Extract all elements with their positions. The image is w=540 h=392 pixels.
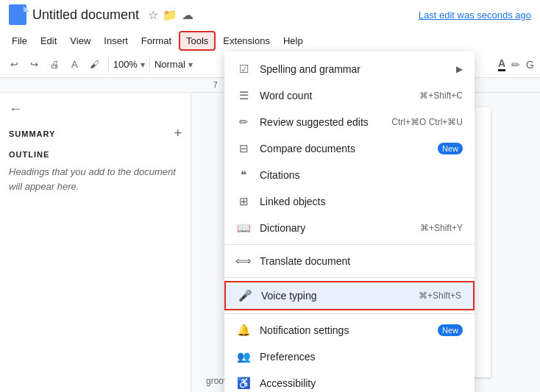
underline-A-button[interactable]: A bbox=[498, 57, 505, 71]
notification-badge: New bbox=[438, 324, 463, 336]
document-title[interactable]: Untitled document bbox=[32, 7, 139, 23]
menu-review[interactable]: ✏ Review suggested edits Ctrl+⌘O Ctrl+⌘U bbox=[224, 109, 475, 135]
ruler-num: 7 bbox=[213, 81, 218, 89]
menu-view[interactable]: View bbox=[64, 32, 96, 49]
toolbar-sep-2 bbox=[149, 57, 150, 72]
menu-help[interactable]: Help bbox=[277, 32, 309, 49]
preferences-label: Preferences bbox=[260, 351, 463, 363]
sidebar-summary: SUMMARY + bbox=[9, 126, 182, 141]
word-count-shortcut: ⌘+Shift+C bbox=[419, 90, 463, 101]
dictionary-shortcut: ⌘+Shift+Y bbox=[420, 223, 463, 233]
outline-text: Headings that you add to the document wi… bbox=[9, 165, 182, 193]
menu-insert[interactable]: Insert bbox=[98, 32, 134, 49]
style-select[interactable]: Normal bbox=[154, 59, 185, 70]
last-edit: Last edit was seconds ago bbox=[419, 10, 531, 21]
print-button[interactable]: 🖨 bbox=[46, 56, 64, 73]
style-arrow[interactable]: ▾ bbox=[188, 60, 193, 70]
title-bar: Untitled document ☆ 📁 ☁ Last edit was se… bbox=[0, 0, 540, 29]
spell-icon: ☑ bbox=[236, 62, 251, 76]
menu-edit[interactable]: Edit bbox=[35, 32, 63, 49]
menu-spelling[interactable]: ☑ Spelling and grammar ▶ bbox=[224, 56, 475, 82]
redo-button[interactable]: ↪ bbox=[26, 56, 43, 73]
menu-dictionary[interactable]: 📖 Dictionary ⌘+Shift+Y bbox=[224, 215, 475, 241]
accessibility-icon: ♿ bbox=[236, 376, 251, 391]
zoom-select[interactable]: 100% bbox=[113, 59, 138, 70]
dictionary-icon: 📖 bbox=[236, 221, 251, 235]
summary-add-button[interactable]: + bbox=[174, 126, 182, 141]
menu-notification[interactable]: 🔔 Notification settings New bbox=[224, 317, 475, 343]
compare-label: Compare documents bbox=[260, 143, 432, 154]
sep-1 bbox=[224, 244, 475, 245]
citations-icon: ❝ bbox=[236, 168, 251, 182]
toolbar-right: A ✏ G bbox=[498, 57, 534, 71]
menu-extensions[interactable]: Extensions bbox=[217, 32, 276, 49]
undo-button[interactable]: ↩ bbox=[6, 56, 23, 73]
notification-icon: 🔔 bbox=[236, 323, 251, 338]
linked-label: Linked objects bbox=[260, 196, 463, 207]
voice-typing-shortcut: ⌘+Shift+S bbox=[419, 291, 461, 301]
folder-icon[interactable]: 📁 bbox=[163, 8, 177, 22]
sidebar: ← SUMMARY + OUTLINE Headings that you ad… bbox=[0, 93, 191, 392]
sidebar-back-button[interactable]: ← bbox=[9, 101, 182, 117]
menu-format[interactable]: Format bbox=[135, 32, 177, 49]
voice-typing-label: Voice typing bbox=[261, 290, 419, 302]
tools-dropdown: ☑ Spelling and grammar ▶ ☰ Word count ⌘+… bbox=[224, 51, 475, 392]
title-icons: ☆ 📁 ☁ bbox=[148, 8, 193, 22]
menu-translate[interactable]: ⟺ Translate document bbox=[224, 248, 475, 274]
menu-word-count[interactable]: ☰ Word count ⌘+Shift+C bbox=[224, 82, 475, 109]
paint-button[interactable]: 🖌 bbox=[85, 56, 104, 73]
star-icon[interactable]: ☆ bbox=[148, 8, 158, 22]
review-label: Review suggested edits bbox=[260, 116, 391, 128]
zoom-arrow[interactable]: ▾ bbox=[141, 60, 145, 70]
menu-preferences[interactable]: 👥 Preferences bbox=[224, 343, 475, 370]
spellcheck-button[interactable]: A bbox=[67, 56, 82, 73]
compare-icon: ⊟ bbox=[236, 141, 251, 156]
spelling-label: Spelling and grammar bbox=[260, 63, 456, 75]
pen-button[interactable]: ✏ bbox=[511, 59, 520, 71]
citations-label: Citations bbox=[260, 169, 463, 181]
toolbar-sep-1 bbox=[108, 57, 109, 72]
menu-voice-typing[interactable]: 🎤 Voice typing ⌘+Shift+S bbox=[224, 281, 475, 310]
review-shortcut: Ctrl+⌘O Ctrl+⌘U bbox=[391, 117, 463, 127]
outline-label: OUTLINE bbox=[9, 150, 182, 159]
notification-label: Notification settings bbox=[260, 324, 432, 336]
translate-icon: ⟺ bbox=[236, 254, 251, 268]
spelling-arrow: ▶ bbox=[456, 64, 463, 74]
menu-citations[interactable]: ❝ Citations bbox=[224, 162, 475, 188]
preferences-icon: 👥 bbox=[236, 349, 251, 364]
review-icon: ✏ bbox=[236, 115, 251, 129]
summary-label: SUMMARY bbox=[9, 129, 55, 138]
word-count-icon: ☰ bbox=[236, 88, 251, 103]
menu-accessibility[interactable]: ♿ Accessibility bbox=[224, 370, 475, 392]
compare-badge: New bbox=[438, 143, 463, 154]
menu-tools[interactable]: Tools bbox=[179, 31, 216, 51]
doc-icon bbox=[9, 4, 26, 25]
cloud-icon[interactable]: ☁ bbox=[182, 8, 193, 22]
linked-icon: ⊞ bbox=[236, 194, 251, 209]
menu-bar: File Edit View Insert Format Tools Exten… bbox=[0, 29, 540, 51]
word-count-label: Word count bbox=[260, 90, 419, 101]
menu-compare[interactable]: ⊟ Compare documents New bbox=[224, 135, 475, 162]
voice-typing-icon: 🎤 bbox=[238, 288, 252, 303]
sep-3 bbox=[224, 313, 475, 314]
sep-2 bbox=[224, 277, 475, 278]
accessibility-label: Accessibility bbox=[260, 377, 463, 389]
menu-linked[interactable]: ⊞ Linked objects bbox=[224, 188, 475, 215]
more-button[interactable]: G bbox=[526, 59, 534, 71]
translate-label: Translate document bbox=[260, 255, 463, 267]
dictionary-label: Dictionary bbox=[260, 222, 420, 234]
menu-file[interactable]: File bbox=[6, 32, 33, 49]
